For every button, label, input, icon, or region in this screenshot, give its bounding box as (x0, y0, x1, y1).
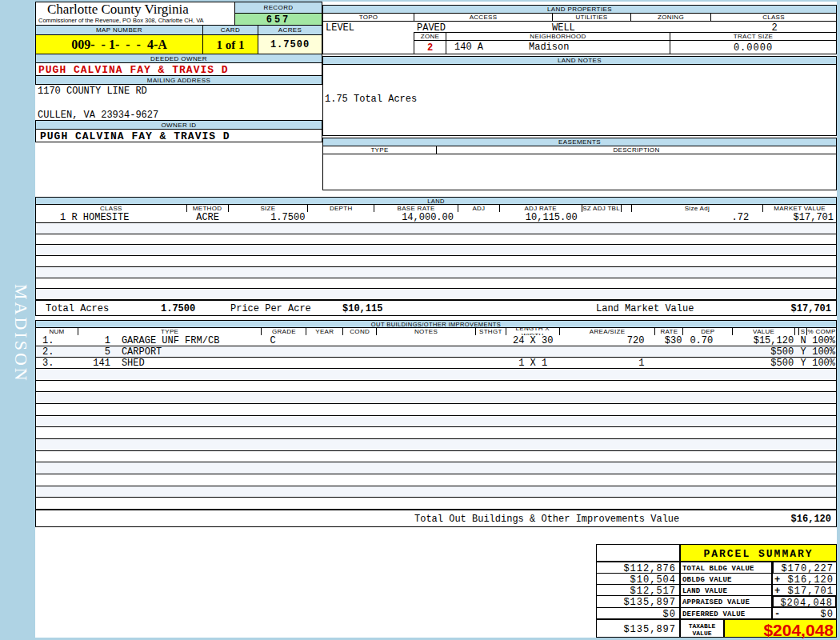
ob-row-area-size: 720 (560, 335, 656, 346)
county-subtitle: Commissioner of the Revenue, PO Box 308,… (36, 17, 234, 24)
deeded-owner-value: PUGH CALVINA FAY & TRAVIS D (35, 62, 322, 76)
ob-row-length-width: 1 X 1 (506, 358, 560, 369)
ps-label-total-bldg: TOTAL BLDG VALUE (680, 562, 772, 574)
ob-type-name: GARAGE UNF FRM/CB (122, 335, 219, 346)
ob-row-s: N (799, 335, 807, 346)
empty-table-row (36, 498, 836, 510)
ps-label-appraised: APPRAISED VALUE (680, 595, 772, 608)
ob-type-name: CARPORT (122, 346, 162, 358)
land-table-row: 1 R HOMESITE ACRE 1.7500 14,000.00 10,11… (35, 212, 837, 223)
ob-row-value: $15,120 (733, 335, 795, 346)
empty-table-row (36, 381, 836, 393)
ob-row-grade: C (262, 335, 306, 346)
property-record-card: MADISON Charlotte County Virginia Commis… (0, 0, 840, 640)
map-number-value: 009- - 1- - - 4-A (35, 34, 203, 54)
empty-table-row (36, 223, 836, 234)
ob-row-s: Y (799, 346, 807, 358)
empty-table-row (36, 427, 836, 439)
empty-table-row (36, 439, 836, 451)
land-row-market-value: $17,701 (763, 212, 836, 223)
land-totals-row: Total Acres 1.7500 Price Per Acre $10,11… (35, 300, 837, 316)
neighborhood-name: Madison (529, 42, 569, 53)
empty-table-row (36, 451, 836, 463)
empty-table-row (36, 392, 836, 404)
tract-size-value: 0.0000 (670, 40, 837, 54)
outbuildings-rows: 1. 1GARAGE UNF FRM/CB C 24 X 30 720 $30 … (35, 335, 837, 369)
ob-col-sthgt: STHGT (476, 328, 506, 335)
ob-type-code: 5 (78, 346, 110, 358)
ob-row-type: 141SHED (78, 358, 262, 369)
ps-label-taxable: TAXABLE VALUE (680, 618, 724, 638)
ps-label-deferred: DEFERRED VALUE (680, 607, 772, 619)
ob-type-code: 141 (78, 358, 110, 369)
land-col-sz-adj-tbl: SZ ADJ TBL (582, 205, 622, 212)
mailing-address-block: 1170 COUNTY LINE RD CULLEN, VA 23934-962… (35, 84, 322, 121)
land-market-value: $17,701 (791, 303, 831, 314)
empty-table-row (36, 416, 836, 428)
ob-row-rate: $30 (655, 335, 683, 346)
ob-type-name: SHED (122, 358, 145, 369)
zone-value: 2 (414, 40, 446, 54)
ps-left-taxable: $135,897 (596, 618, 680, 638)
ps-left-land: $12,517 (596, 584, 680, 596)
ps-value-appraised: $204,048 (772, 595, 837, 608)
address-line1: 1170 COUNTY LINE RD (35, 84, 322, 97)
easements-box (322, 154, 837, 190)
topo-value: LEVEL (326, 22, 354, 34)
ob-row-area-size: 1 (560, 358, 656, 369)
land-note-text: 1.75 Total Acres (323, 65, 836, 105)
parcel-summary: PARCEL SUMMARY $112,876 TOTAL BLDG VALUE… (596, 544, 837, 638)
land-empty-rows (35, 223, 837, 300)
outbuilding-row: 1. 1GARAGE UNF FRM/CB C 24 X 30 720 $30 … (35, 335, 837, 346)
empty-table-row (36, 256, 836, 267)
ob-col-notes: NOTES (377, 328, 476, 335)
neighborhood-code: 140 A (454, 42, 483, 53)
empty-table-row (36, 234, 836, 246)
ob-row-num: 2. (36, 346, 78, 358)
ob-col-cond: COND (343, 328, 377, 335)
acres-value: 1.7500 (258, 34, 322, 54)
ps-left-obldg: $10,504 (596, 573, 680, 585)
total-acres-label: Total Acres (46, 303, 109, 314)
empty-table-row (36, 474, 836, 486)
price-per-acre-value: $10,115 (342, 303, 382, 314)
ob-row-s: Y (799, 358, 807, 369)
empty-table-row (36, 245, 836, 256)
ps-left-appraised: $135,897 (596, 595, 680, 608)
land-row-size-adj: .72 (632, 212, 764, 223)
ps-value-total-bldg: $170,227 (772, 562, 837, 574)
outbuildings-empty-rows (35, 369, 837, 510)
empty-table-row (36, 267, 836, 278)
ob-row-length-width: 24 X 30 (506, 335, 560, 346)
ps-value-deferred: - $0 (772, 607, 837, 619)
ps-label-land: LAND VALUE (680, 584, 772, 596)
neighborhood-value: 140 A Madison (446, 40, 670, 54)
price-per-acre-label: Price Per Acre (230, 303, 311, 314)
ob-row-num: 3. (36, 358, 78, 369)
district-watermark: MADISON (4, 266, 31, 402)
empty-table-row (36, 486, 836, 498)
land-row-size: 1.7500 (229, 212, 309, 223)
county-title: Charlotte County Virginia (36, 2, 234, 17)
land-notes-box: 1.75 Total Acres (322, 64, 837, 136)
ob-type-code: 1 (78, 335, 110, 346)
empty-table-row (36, 278, 836, 290)
ps-taxable-value: $204,048 (724, 618, 837, 638)
land-row-method: ACRE (187, 212, 229, 223)
owner-id-value: PUGH CALVINA FAY & TRAVIS D (35, 129, 322, 142)
ob-row-pct-comp: 100% (807, 346, 836, 358)
outbuildings-total-row: Total Out Buildings & Other Improvements… (35, 510, 837, 527)
ob-col-year: YEAR (306, 328, 343, 335)
record-label: RECORD (234, 2, 322, 14)
ob-row-pct-comp: 100% (807, 335, 836, 346)
outbuilding-row: 3. 141SHED 1 X 1 1 $500 Y 100% (35, 358, 837, 369)
ob-row-pct-comp: 100% (807, 358, 836, 369)
empty-table-row (36, 369, 836, 381)
ps-value-obldg: + $16,120 (772, 573, 837, 585)
empty-table-row (36, 289, 836, 300)
record-card-main: Charlotte County Virginia Commissioner o… (35, 2, 837, 638)
ob-row-value: $500 (733, 358, 795, 369)
ob-row-num: 1. (36, 335, 78, 346)
ps-header-left-cell (596, 544, 680, 562)
ps-value-land: + $17,701 (772, 584, 837, 596)
